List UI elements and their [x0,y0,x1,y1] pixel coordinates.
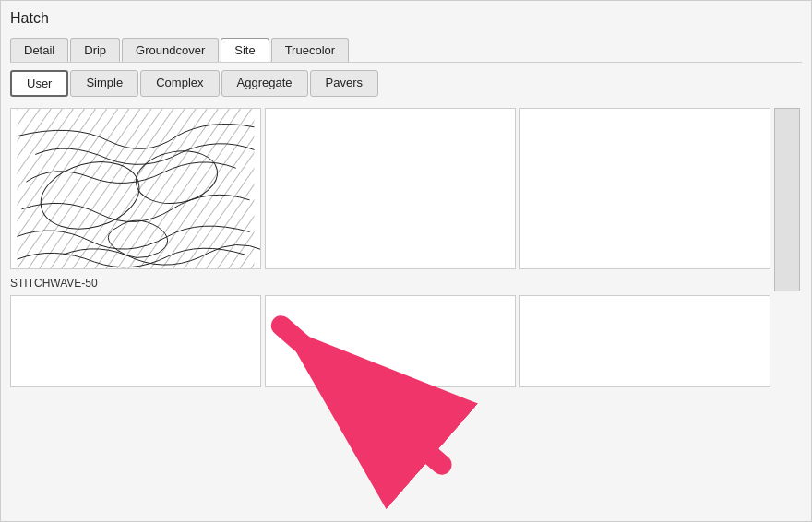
tab-site[interactable]: Site [221,38,269,62]
hatch-pattern-svg [11,109,260,268]
hatch-grid-container: STITCHWAVE-50 [10,108,802,512]
hatch-cell-3[interactable] [519,108,770,269]
sub-tab-row: User Simple Complex Aggregate Pavers [10,70,802,97]
sub-tab-user[interactable]: User [10,70,68,97]
main-tab-row: Detail Drip Groundcover Site Truecolor [10,38,802,63]
scrollbar-bottom [774,295,800,387]
cell-wrapper-3 [519,108,770,269]
window-title: Hatch [10,10,802,27]
hatch-cell-1[interactable] [10,108,261,269]
tab-detail[interactable]: Detail [10,38,68,62]
sub-tab-complex[interactable]: Complex [140,70,219,97]
hatch-cell-4[interactable] [10,295,261,387]
tab-truecolor[interactable]: Truecolor [271,38,349,62]
svg-rect-1 [17,109,254,268]
cell-wrapper-1: STITCHWAVE-50 [10,108,261,269]
tab-groundcover[interactable]: Groundcover [122,38,219,62]
sub-tab-aggregate[interactable]: Aggregate [221,70,308,97]
hatch-cell-5[interactable] [265,295,516,387]
sub-tab-simple[interactable]: Simple [70,70,138,97]
top-row: STITCHWAVE-50 [10,108,802,291]
cell-wrapper-2 [265,108,516,269]
hatch-window: Hatch Detail Drip Groundcover Site Truec… [0,0,812,522]
hatch-cell-6[interactable] [519,295,770,387]
cell-label-1: STITCHWAVE-50 [10,277,98,290]
tab-drip[interactable]: Drip [70,38,120,62]
scrollbar[interactable] [774,108,800,291]
sub-tab-pavers[interactable]: Pavers [310,70,378,97]
bottom-row [10,295,802,387]
hatch-cell-2[interactable] [265,108,516,269]
